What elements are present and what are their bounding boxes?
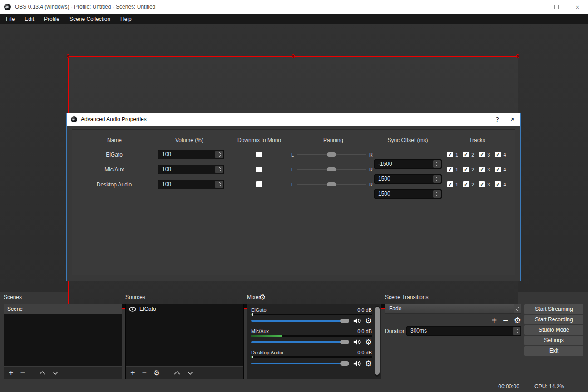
pan-slider-handle[interactable] xyxy=(327,167,336,172)
chevron-down-icon xyxy=(515,331,519,333)
spinner-buttons[interactable] xyxy=(513,327,520,335)
resize-handle-top-center[interactable] xyxy=(292,54,295,58)
track-1-checkbox[interactable]: ✓ xyxy=(447,167,453,172)
track-1-checkbox[interactable]: ✓ xyxy=(447,152,453,157)
pan-slider-handle[interactable] xyxy=(327,182,336,186)
menu-edit[interactable]: Edit xyxy=(20,14,39,24)
downmix-checkbox[interactable] xyxy=(256,152,262,157)
volume-spinbox[interactable]: 100 xyxy=(158,150,224,159)
col-tracks: Tracks xyxy=(469,137,485,143)
volume-value: 100 xyxy=(158,180,223,189)
channel-name: ElGato xyxy=(251,307,267,313)
channel-gear-button[interactable]: ⚙ xyxy=(365,360,372,368)
menu-help[interactable]: Help xyxy=(115,14,137,24)
pan-right-label: R xyxy=(369,182,373,187)
track-2-checkbox[interactable]: ✓ xyxy=(463,181,469,187)
track-4-checkbox[interactable]: ✓ xyxy=(495,167,501,172)
studio-mode-button[interactable]: Studio Mode xyxy=(524,325,583,335)
downmix-checkbox[interactable] xyxy=(256,167,262,172)
minimize-button[interactable] xyxy=(525,0,546,14)
settings-button[interactable]: Settings xyxy=(524,336,583,345)
dialog-close-button[interactable]: × xyxy=(505,113,520,126)
meter-tick xyxy=(252,313,253,316)
sources-dock-title: Sources xyxy=(125,294,145,300)
menu-scene-collection[interactable]: Scene Collection xyxy=(64,14,115,24)
add-transition-button[interactable]: + xyxy=(491,316,497,325)
downmix-checkbox[interactable] xyxy=(256,181,262,187)
volume-meter xyxy=(251,356,372,358)
move-scene-up-button[interactable] xyxy=(39,371,45,375)
mixer-panel: ElGato 0.0 dB ⚙ xyxy=(247,304,381,379)
start-streaming-button[interactable]: Start Streaming xyxy=(524,304,583,314)
move-source-up-button[interactable] xyxy=(174,371,180,375)
mixer-scrollbar[interactable] xyxy=(375,306,380,377)
remove-source-button[interactable]: − xyxy=(142,369,147,377)
start-recording-button[interactable]: Start Recording xyxy=(524,315,583,324)
track-3-checkbox[interactable]: ✓ xyxy=(479,167,485,172)
mixer-scrollbar-thumb[interactable] xyxy=(375,307,380,375)
transition-properties-gear-button[interactable]: ⚙ xyxy=(514,316,521,324)
chevron-down-icon xyxy=(217,155,221,157)
speaker-icon[interactable] xyxy=(353,318,361,324)
sources-list[interactable]: ElGato + − ⚙ xyxy=(125,304,244,379)
volume-fader[interactable] xyxy=(251,318,349,323)
volume-fader[interactable] xyxy=(251,340,349,344)
fader-handle[interactable] xyxy=(340,361,349,366)
resize-handle-top-right[interactable] xyxy=(516,54,519,58)
exit-button[interactable]: Exit xyxy=(524,346,583,356)
track-1-checkbox[interactable]: ✓ xyxy=(447,181,453,187)
track-3-checkbox[interactable]: ✓ xyxy=(479,152,485,157)
channel-gear-button[interactable]: ⚙ xyxy=(365,317,372,325)
transition-select[interactable]: Fade xyxy=(385,304,521,314)
dialog-help-button[interactable]: ? xyxy=(489,113,505,126)
menu-file[interactable]: File xyxy=(1,14,20,24)
pan-slider[interactable] xyxy=(297,169,366,170)
fader-fill xyxy=(251,363,349,364)
volume-fader[interactable] xyxy=(251,361,349,366)
add-source-button[interactable]: + xyxy=(130,369,135,377)
remove-scene-button[interactable]: − xyxy=(20,369,25,377)
close-button[interactable]: × xyxy=(567,0,588,14)
mixer-settings-gear-button[interactable]: ⚙ xyxy=(259,293,266,302)
source-name: Desktop Audio xyxy=(72,177,156,192)
track-4-checkbox[interactable]: ✓ xyxy=(495,181,501,187)
remove-transition-button[interactable]: − xyxy=(503,316,508,325)
speaker-icon[interactable] xyxy=(353,339,361,345)
add-scene-button[interactable]: + xyxy=(9,369,14,377)
resize-handle-top-left[interactable] xyxy=(67,54,69,58)
speaker-icon[interactable] xyxy=(353,360,361,367)
track-3-checkbox[interactable]: ✓ xyxy=(479,181,485,187)
duration-label: Duration xyxy=(385,328,405,334)
chevron-down-icon xyxy=(435,194,439,196)
maximize-button[interactable] xyxy=(546,0,567,14)
obs-window: OBS 0.13.4 (windows) - Profile: Untitled… xyxy=(0,0,588,392)
duration-spinbox[interactable]: 300ms xyxy=(406,326,521,336)
fader-handle[interactable] xyxy=(340,340,349,344)
spinner-buttons[interactable] xyxy=(215,166,223,173)
menu-profile[interactable]: Profile xyxy=(39,14,64,24)
spinner-buttons[interactable] xyxy=(215,181,223,188)
fader-handle[interactable] xyxy=(340,318,349,323)
source-properties-gear-button[interactable]: ⚙ xyxy=(153,369,160,377)
track-4-checkbox[interactable]: ✓ xyxy=(495,152,501,157)
spinner-buttons[interactable] xyxy=(215,151,223,158)
sync-offset-spinbox[interactable]: 1500 xyxy=(374,189,442,199)
scene-list-item[interactable]: Scene xyxy=(4,304,122,314)
visibility-eye-icon[interactable] xyxy=(129,307,136,312)
transition-select-spinner[interactable] xyxy=(514,304,521,313)
track-2-checkbox[interactable]: ✓ xyxy=(463,152,469,157)
pan-left-label: L xyxy=(291,182,294,187)
volume-spinbox[interactable]: 100 xyxy=(158,165,224,174)
pan-slider[interactable] xyxy=(297,184,366,185)
pan-slider-handle[interactable] xyxy=(327,152,336,157)
spinner-buttons[interactable] xyxy=(433,190,441,198)
volume-spinbox[interactable]: 100 xyxy=(158,180,224,189)
source-list-item[interactable]: ElGato xyxy=(126,304,243,314)
move-scene-down-button[interactable] xyxy=(52,371,59,375)
track-2-checkbox[interactable]: ✓ xyxy=(463,167,469,172)
pan-slider[interactable] xyxy=(297,154,366,155)
dialog-titlebar[interactable]: Advanced Audio Properties ? × xyxy=(67,113,520,126)
channel-gear-button[interactable]: ⚙ xyxy=(365,338,372,346)
scenes-list[interactable]: Scene + − xyxy=(4,304,122,379)
move-source-down-button[interactable] xyxy=(187,371,193,375)
